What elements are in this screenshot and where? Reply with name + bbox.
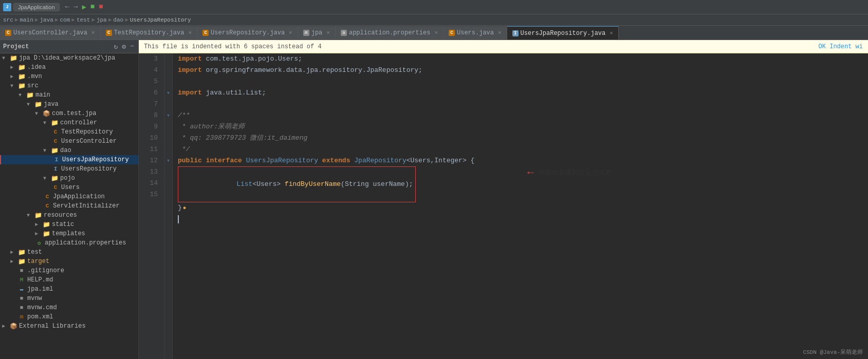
tree-item-target[interactable]: ► 📁 target (0, 257, 138, 266)
sidebar-header: Project ↻ ⚙ − (0, 40, 138, 53)
fold-8[interactable]: ▿ (164, 110, 172, 121)
sidebar-settings-icon[interactable]: ⚙ (121, 43, 127, 51)
ln-10: 10 (139, 133, 160, 144)
ln-11: 11 (139, 144, 160, 155)
tree-item-mvnw-cmd[interactable]: ■ mvnw.cmd (0, 303, 138, 312)
tree-item-controller[interactable]: ▼ 📁 controller (0, 118, 138, 127)
tree-item-main[interactable]: ▼ 📁 main (0, 90, 138, 100)
indent-ok-btn[interactable]: OK Indent wi (819, 43, 863, 50)
fold-6[interactable]: ▿ (164, 87, 172, 99)
tree-label-mvn: .mvn (27, 73, 42, 80)
notification-text: This file is indented with 6 spaces inst… (144, 43, 322, 50)
tree-item-pojo[interactable]: ▼ 📁 pojo (0, 174, 138, 183)
tree-item-test-repo[interactable]: C TestRepository (0, 127, 138, 137)
tab-m-icon: m (303, 30, 309, 36)
folder-dao-icon: 📁 (50, 147, 59, 154)
tree-item-help[interactable]: M HELP.md (0, 275, 138, 285)
bc-file[interactable]: UsersJpaRepository (130, 17, 191, 23)
tree-item-resources[interactable]: ▼ 📁 resources (0, 211, 138, 220)
tab-c-icon2: C (106, 30, 112, 36)
tree-label-dao: dao (60, 147, 71, 154)
tree-label-test-repo: TestRepository (61, 128, 113, 136)
folder-idea-icon: 📁 (17, 64, 26, 71)
tree-item-jpa-root[interactable]: ▼ 📁 jpa D:\idea_workspace2\jpa (0, 53, 138, 63)
tree-label-users-repo: UsersRepository (61, 165, 117, 173)
tree-item-java[interactable]: ▼ 📁 java (0, 100, 138, 109)
tree-item-package[interactable]: ▼ 📦 com.test.jpa (0, 109, 138, 118)
tab-close-icon5[interactable]: × (434, 30, 438, 36)
tree-item-gitignore[interactable]: ■ .gitignore (0, 266, 138, 275)
tree-item-users-jpa-repo[interactable]: I UsersJpaRepository (0, 155, 138, 164)
tree-item-src[interactable]: ▼ 📁 src (0, 81, 138, 90)
tab-close-icon3[interactable]: × (289, 30, 292, 36)
top-bar: J JpaApplication ← → ▶ ■ ■ (0, 0, 868, 14)
tree-item-servlet[interactable]: C ServletInitializer (0, 201, 138, 211)
tab-close-icon4[interactable]: × (326, 30, 330, 36)
tree-arrow-src: ▼ (10, 83, 17, 89)
code-content[interactable]: import com.test.jpa.pojo.Users; import o… (173, 53, 868, 359)
folder-main-icon: 📁 (26, 91, 34, 99)
tab-test-repository[interactable]: C TestRepository.java × (101, 26, 197, 40)
tree-label-main: main (35, 91, 50, 99)
sidebar-sync-icon[interactable]: ↻ (113, 43, 119, 51)
tab-a-icon: a (341, 30, 347, 36)
tab-c-icon4: C (449, 30, 455, 36)
app-title-btn[interactable]: JpaApplication (13, 3, 60, 11)
tree-item-templates[interactable]: ► 📁 templates (0, 229, 138, 238)
bc-main[interactable]: main (20, 17, 33, 23)
tree-item-jpa-app[interactable]: C JpaApplication (0, 192, 138, 201)
tree-item-app-props[interactable]: ⚙ application.properties (0, 238, 138, 248)
bc-dao[interactable]: dao (113, 17, 123, 23)
fold-12[interactable]: ▿ (164, 155, 172, 166)
tree-item-static[interactable]: ► 📁 static (0, 220, 138, 229)
tree-label-resources: resources (44, 212, 77, 219)
tree-item-idea[interactable]: ► 📁 .idea (0, 63, 138, 72)
ln-7: 7 (139, 99, 160, 110)
tree-label-test: test (27, 249, 42, 256)
tree-item-users-ctrl[interactable]: C UsersController (0, 137, 138, 146)
bc-test[interactable]: test (77, 17, 90, 23)
sidebar-collapse-icon[interactable]: − (129, 43, 135, 51)
bc-jpa[interactable]: jpa (97, 17, 107, 23)
tree-item-mvnw[interactable]: ■ mvnw (0, 294, 138, 303)
folder-static-icon: 📁 (42, 221, 50, 228)
sidebar-icons: ↻ ⚙ − (113, 43, 135, 51)
tree-arrow-static: ► (35, 222, 42, 228)
tree-item-users-repo[interactable]: I UsersRepository (0, 164, 138, 174)
tab-jpa[interactable]: m jpa × (298, 26, 336, 40)
tab-users-repository[interactable]: C UsersRepository.java × (197, 26, 298, 40)
ln-14: 14 (139, 178, 160, 189)
class-c-icon5: C (43, 202, 51, 210)
code-wrapper: 3 4 5 6 7 8 9 10 11 12 13 14 15 (139, 53, 868, 359)
tab-label6: Users.java (457, 29, 494, 36)
tree-item-pom[interactable]: m pom.xml (0, 312, 138, 322)
tree-item-test[interactable]: ► 📁 test (0, 248, 138, 257)
bc-com[interactable]: com (60, 17, 70, 23)
debug-btn[interactable]: ■ (89, 3, 96, 11)
ext-libs-icon: 📦 (9, 323, 17, 330)
tab-close-icon7[interactable]: × (610, 30, 613, 36)
tab-application-props[interactable]: a application.properties × (336, 26, 444, 40)
tree-item-mvn[interactable]: ► 📁 .mvn (0, 72, 138, 81)
tab-users-controller[interactable]: C UsersController.java × (0, 26, 101, 40)
run-btn[interactable]: ▶ (80, 3, 87, 11)
tree-item-users[interactable]: C Users (0, 183, 138, 192)
bc-src[interactable]: src (3, 17, 13, 23)
tab-users[interactable]: C Users.java × (444, 26, 507, 40)
sidebar-tree: ▼ 📁 jpa D:\idea_workspace2\jpa ► 📁 .idea… (0, 53, 138, 359)
fwd-btn[interactable]: → (72, 3, 79, 11)
stop-btn[interactable]: ■ (97, 3, 104, 11)
folder-src-icon: 📁 (17, 82, 26, 89)
interface-icon1: I (52, 156, 61, 163)
tree-label-gitignore: .gitignore (27, 267, 64, 274)
tree-item-dao[interactable]: ▼ 📁 dao (0, 146, 138, 155)
tree-item-ext-libs[interactable]: ► 📦 External Libraries (0, 322, 138, 331)
tab-close-icon2[interactable]: × (188, 30, 192, 36)
tree-label-package: com.test.jpa (52, 110, 96, 117)
tab-close-icon6[interactable]: × (498, 30, 502, 36)
tab-close-icon[interactable]: × (91, 30, 95, 36)
back-btn[interactable]: ← (64, 3, 71, 11)
bc-java[interactable]: java (40, 17, 53, 23)
tab-users-jpa-repository[interactable]: I UsersJpaRepository.java × (507, 26, 619, 40)
tree-item-iml[interactable]: ▬ jpa.iml (0, 285, 138, 294)
